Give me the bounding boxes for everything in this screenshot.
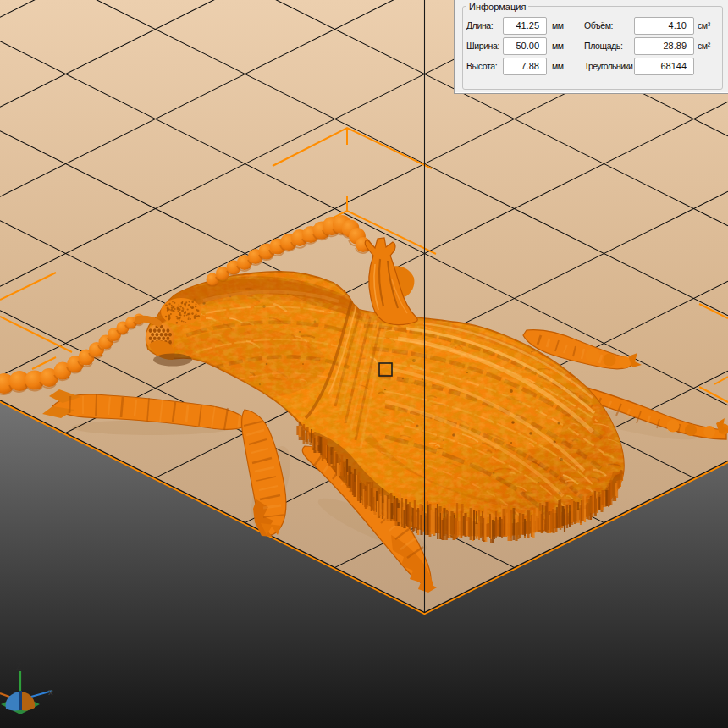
- svg-text:Z: Z: [16, 661, 22, 671]
- svg-text:x: x: [48, 687, 53, 697]
